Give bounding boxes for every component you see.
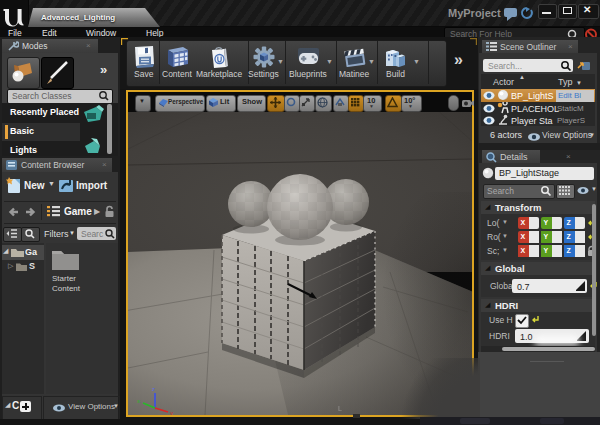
svg-text:z: z [152,386,155,392]
svg-text:L: L [338,405,342,412]
svg-text:y: y [170,410,173,415]
svg-text:x: x [137,398,140,404]
